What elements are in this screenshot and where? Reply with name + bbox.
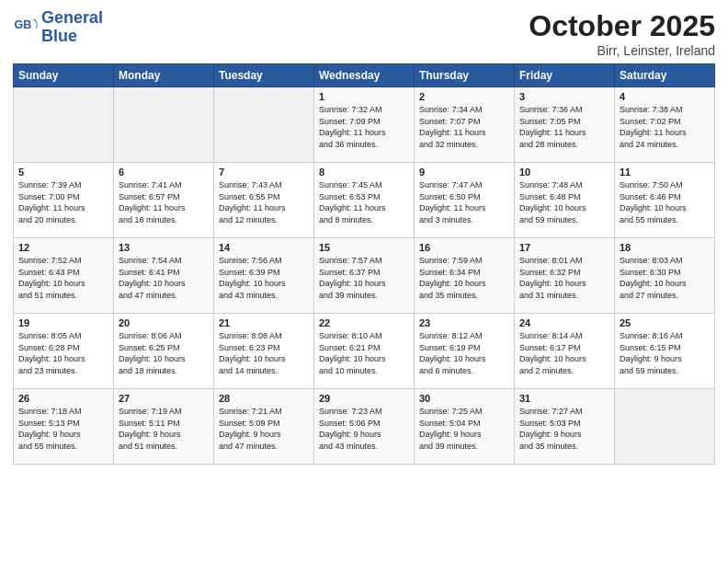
day-cell: 24Sunrise: 8:14 AM Sunset: 6:17 PM Dayli…: [515, 314, 615, 389]
day-cell: 29Sunrise: 7:23 AM Sunset: 5:06 PM Dayli…: [314, 389, 415, 465]
day-cell: 12Sunrise: 7:52 AM Sunset: 6:43 PM Dayli…: [14, 238, 114, 314]
day-cell: [615, 389, 715, 465]
day-cell: 13Sunrise: 7:54 AM Sunset: 6:41 PM Dayli…: [114, 238, 214, 314]
day-number: 30: [419, 393, 509, 404]
day-number: 7: [219, 167, 309, 178]
day-number: 3: [519, 91, 609, 102]
day-info: Sunrise: 8:10 AM Sunset: 6:21 PM Dayligh…: [319, 330, 409, 376]
day-info: Sunrise: 7:36 AM Sunset: 7:05 PM Dayligh…: [519, 104, 609, 150]
day-number: 1: [319, 91, 409, 102]
day-number: 21: [219, 317, 309, 328]
day-info: Sunrise: 7:18 AM Sunset: 5:13 PM Dayligh…: [18, 406, 108, 452]
day-number: 13: [119, 242, 209, 253]
week-row-4: 19Sunrise: 8:05 AM Sunset: 6:28 PM Dayli…: [14, 314, 715, 389]
day-number: 14: [219, 242, 309, 253]
day-number: 2: [419, 91, 509, 102]
day-info: Sunrise: 8:06 AM Sunset: 6:25 PM Dayligh…: [119, 330, 209, 376]
day-info: Sunrise: 7:41 AM Sunset: 6:57 PM Dayligh…: [119, 179, 209, 225]
day-info: Sunrise: 7:21 AM Sunset: 5:09 PM Dayligh…: [219, 406, 309, 452]
day-cell: 30Sunrise: 7:25 AM Sunset: 5:04 PM Dayli…: [415, 389, 515, 465]
day-info: Sunrise: 7:50 AM Sunset: 6:46 PM Dayligh…: [620, 179, 710, 225]
day-cell: 6Sunrise: 7:41 AM Sunset: 6:57 PM Daylig…: [114, 163, 214, 238]
day-number: 4: [620, 91, 710, 102]
day-info: Sunrise: 7:45 AM Sunset: 6:53 PM Dayligh…: [319, 179, 409, 225]
calendar-table: SundayMondayTuesdayWednesdayThursdayFrid…: [13, 63, 715, 465]
day-cell: 23Sunrise: 8:12 AM Sunset: 6:19 PM Dayli…: [415, 314, 515, 389]
calendar-header: SundayMondayTuesdayWednesdayThursdayFrid…: [14, 64, 715, 87]
day-cell: 9Sunrise: 7:47 AM Sunset: 6:50 PM Daylig…: [415, 163, 515, 238]
day-number: 25: [620, 317, 710, 328]
day-cell: 22Sunrise: 8:10 AM Sunset: 6:21 PM Dayli…: [314, 314, 415, 389]
day-info: Sunrise: 7:54 AM Sunset: 6:41 PM Dayligh…: [119, 255, 209, 301]
day-cell: 25Sunrise: 8:16 AM Sunset: 6:15 PM Dayli…: [615, 314, 715, 389]
day-info: Sunrise: 8:14 AM Sunset: 6:17 PM Dayligh…: [519, 330, 609, 376]
day-cell: 18Sunrise: 8:03 AM Sunset: 6:30 PM Dayli…: [615, 238, 715, 314]
day-info: Sunrise: 7:43 AM Sunset: 6:55 PM Dayligh…: [219, 179, 309, 225]
svg-text:B: B: [23, 18, 31, 31]
day-number: 10: [519, 167, 609, 178]
day-info: Sunrise: 7:23 AM Sunset: 5:06 PM Dayligh…: [319, 406, 409, 452]
week-row-2: 5Sunrise: 7:39 AM Sunset: 7:00 PM Daylig…: [14, 163, 715, 238]
day-info: Sunrise: 7:25 AM Sunset: 5:04 PM Dayligh…: [419, 406, 509, 452]
day-info: Sunrise: 8:03 AM Sunset: 6:30 PM Dayligh…: [620, 255, 710, 301]
day-info: Sunrise: 7:27 AM Sunset: 5:03 PM Dayligh…: [519, 406, 609, 452]
day-number: 17: [519, 242, 609, 253]
day-info: Sunrise: 7:59 AM Sunset: 6:34 PM Dayligh…: [419, 255, 509, 301]
day-number: 5: [18, 167, 108, 178]
day-cell: 2Sunrise: 7:34 AM Sunset: 7:07 PM Daylig…: [415, 87, 515, 163]
day-number: 22: [319, 317, 409, 328]
weekday-header-wednesday: Wednesday: [314, 64, 415, 87]
day-cell: [114, 87, 214, 163]
day-number: 28: [219, 393, 309, 404]
day-number: 27: [119, 393, 209, 404]
day-info: Sunrise: 7:34 AM Sunset: 7:07 PM Dayligh…: [419, 104, 509, 150]
calendar-subtitle: Birr, Leinster, Ireland: [529, 43, 715, 58]
logo-text: General Blue: [41, 9, 103, 46]
day-cell: 28Sunrise: 7:21 AM Sunset: 5:09 PM Dayli…: [214, 389, 314, 465]
logo: G B General Blue: [13, 9, 103, 46]
day-info: Sunrise: 7:48 AM Sunset: 6:48 PM Dayligh…: [519, 179, 609, 225]
day-cell: 21Sunrise: 8:08 AM Sunset: 6:23 PM Dayli…: [214, 314, 314, 389]
day-info: Sunrise: 7:56 AM Sunset: 6:39 PM Dayligh…: [219, 255, 309, 301]
day-info: Sunrise: 7:19 AM Sunset: 5:11 PM Dayligh…: [119, 406, 209, 452]
calendar-title: October 2025: [529, 9, 715, 43]
weekday-header-monday: Monday: [114, 64, 214, 87]
header: G B General Blue October 2025 Birr, Lein…: [13, 9, 715, 58]
day-number: 31: [519, 393, 609, 404]
day-cell: 31Sunrise: 7:27 AM Sunset: 5:03 PM Dayli…: [515, 389, 615, 465]
week-row-1: 1Sunrise: 7:32 AM Sunset: 7:09 PM Daylig…: [14, 87, 715, 163]
day-cell: 14Sunrise: 7:56 AM Sunset: 6:39 PM Dayli…: [214, 238, 314, 314]
day-number: 29: [319, 393, 409, 404]
day-cell: 1Sunrise: 7:32 AM Sunset: 7:09 PM Daylig…: [314, 87, 415, 163]
day-number: 9: [419, 167, 509, 178]
weekday-header-sunday: Sunday: [14, 64, 114, 87]
title-block: October 2025 Birr, Leinster, Ireland: [529, 9, 715, 58]
day-number: 15: [319, 242, 409, 253]
day-info: Sunrise: 7:38 AM Sunset: 7:02 PM Dayligh…: [620, 104, 710, 150]
weekday-header-saturday: Saturday: [615, 64, 715, 87]
day-number: 26: [18, 393, 108, 404]
day-number: 11: [620, 167, 710, 178]
page: G B General Blue October 2025 Birr, Lein…: [0, 0, 728, 563]
day-number: 20: [119, 317, 209, 328]
day-info: Sunrise: 7:39 AM Sunset: 7:00 PM Dayligh…: [18, 179, 108, 225]
day-cell: 11Sunrise: 7:50 AM Sunset: 6:46 PM Dayli…: [615, 163, 715, 238]
logo-icon: G B: [13, 15, 39, 40]
week-row-3: 12Sunrise: 7:52 AM Sunset: 6:43 PM Dayli…: [14, 238, 715, 314]
weekday-header-thursday: Thursday: [415, 64, 515, 87]
day-cell: 20Sunrise: 8:06 AM Sunset: 6:25 PM Dayli…: [114, 314, 214, 389]
weekday-header-row: SundayMondayTuesdayWednesdayThursdayFrid…: [14, 64, 715, 87]
day-number: 24: [519, 317, 609, 328]
day-cell: 4Sunrise: 7:38 AM Sunset: 7:02 PM Daylig…: [615, 87, 715, 163]
logo-line1: General: [41, 8, 103, 27]
day-cell: 10Sunrise: 7:48 AM Sunset: 6:48 PM Dayli…: [515, 163, 615, 238]
day-info: Sunrise: 7:47 AM Sunset: 6:50 PM Dayligh…: [419, 179, 509, 225]
day-info: Sunrise: 8:01 AM Sunset: 6:32 PM Dayligh…: [519, 255, 609, 301]
day-number: 8: [319, 167, 409, 178]
day-cell: [214, 87, 314, 163]
week-row-5: 26Sunrise: 7:18 AM Sunset: 5:13 PM Dayli…: [14, 389, 715, 465]
day-cell: 15Sunrise: 7:57 AM Sunset: 6:37 PM Dayli…: [314, 238, 415, 314]
day-cell: 19Sunrise: 8:05 AM Sunset: 6:28 PM Dayli…: [14, 314, 114, 389]
day-number: 16: [419, 242, 509, 253]
day-cell: 3Sunrise: 7:36 AM Sunset: 7:05 PM Daylig…: [515, 87, 615, 163]
